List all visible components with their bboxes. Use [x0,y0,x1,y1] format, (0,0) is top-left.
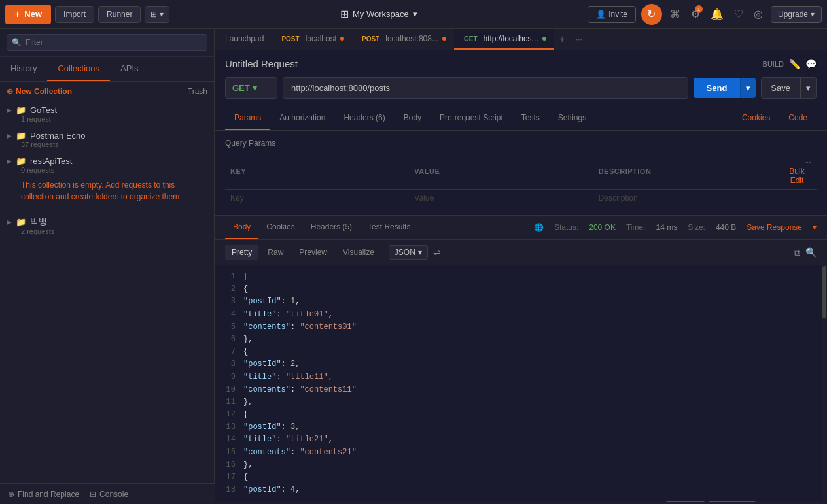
bulk-edit-button[interactable]: Bulk Edit [783,167,811,185]
req-tab-pre-request[interactable]: Pre-request Script [431,107,512,130]
add-requests-link[interactable]: Add requests [105,180,152,190]
capture-button[interactable]: ⊞ ▾ [145,6,169,23]
new-button[interactable]: + New [5,5,51,24]
search-response-button[interactable]: 🔍 [805,247,817,258]
invite-button[interactable]: 👤 Invite [588,6,636,23]
save-button[interactable]: Save [761,77,800,99]
resp-view-visualize[interactable]: Visualize [336,245,381,260]
profile-button[interactable]: ◎ [751,5,765,23]
line-number: 9 [225,371,243,384]
settings-button[interactable]: ⚙ 1 [688,5,703,23]
resp-tab-test-results[interactable]: Test Results [360,216,418,239]
line-number: 15 [225,446,243,459]
save-response-button[interactable]: Save Response [747,223,802,232]
api-network-icon: ⌘ [670,8,680,20]
tab-post-localhost-808[interactable]: POST localhost:808... [352,29,454,50]
collection-row: ▶ 📁 빅뱅 [7,216,207,227]
workspace-icon: ⊞ [340,8,349,20]
save-response-chevron[interactable]: ▾ [813,223,817,232]
params-table: KEY VALUE DESCRIPTION ··· Bulk Edit [225,153,817,207]
resp-tab-body[interactable]: Body [225,216,258,239]
response-time: 14 ms [656,223,678,232]
workspace-button[interactable]: ⊞ My Workspace ▾ [335,5,423,23]
heart-button[interactable]: ♡ [731,5,746,23]
tab-launchpad[interactable]: Launchpad [217,29,272,50]
sidebar-tab-history[interactable]: History [0,57,47,81]
scrollbar-track[interactable] [822,265,827,501]
tab-get-localhost[interactable]: GET http://localhos... [454,29,554,50]
upgrade-label: Upgrade [778,10,808,19]
req-tab-authorization[interactable]: Authorization [270,107,334,130]
req-tab-params[interactable]: Params [225,107,270,130]
req-tab-tests[interactable]: Tests [512,107,549,130]
params-more-button[interactable]: ··· [804,157,811,167]
chevron-right-icon: ▶ [7,132,12,139]
req-tab-body[interactable]: Body [395,107,431,130]
req-tab-code[interactable]: Code [779,107,817,130]
value-input[interactable] [414,193,588,203]
scrollbar-thumb[interactable] [822,266,826,318]
resp-tab-headers[interactable]: Headers (5) [303,216,360,239]
sidebar-tab-apis[interactable]: APIs [110,57,149,81]
find-replace-label: Find and Replace [18,490,79,499]
json-code: "title": "title11", [243,371,333,384]
find-replace-button[interactable]: ⊕ Find and Replace [8,490,79,499]
runner-button[interactable]: Runner [98,6,141,23]
import-button[interactable]: Import [55,6,94,23]
url-input[interactable] [283,77,688,99]
edit-title-button[interactable]: ✏️ [789,59,800,69]
navbar-right: 👤 Invite ↻ ⌘ ⚙ 1 🔔 ♡ ◎ Upgrade ▾ [588,4,822,25]
line-number: 2 [225,283,243,295]
description-input[interactable] [599,193,772,203]
console-button[interactable]: ⊟ Console [90,490,128,499]
bell-button[interactable]: 🔔 [708,5,726,23]
col-key: KEY [225,153,409,190]
find-replace-icon: ⊕ [8,490,14,499]
resp-view-preview[interactable]: Preview [292,245,334,260]
add-tab-button[interactable]: + [554,31,571,48]
json-code: { [243,409,248,421]
req-tab-settings[interactable]: Settings [549,107,595,130]
filter-input[interactable] [7,34,207,51]
json-line: 12 { [225,409,817,421]
resp-view-raw[interactable]: Raw [261,245,290,260]
tab-post-localhost[interactable]: POST localhost [272,29,352,50]
navbar-center: ⊞ My Workspace ▾ [173,5,584,23]
req-tab-cookies[interactable]: Cookies [733,107,779,130]
collection-item-gotest[interactable]: ▶ 📁 GoTest 1 request [0,101,214,127]
search-icon: 🔍 [12,38,22,47]
json-line: 16 }, [225,459,817,471]
send-button[interactable]: Send [694,78,741,98]
line-number: 10 [225,384,243,396]
upgrade-button[interactable]: Upgrade ▾ [771,6,822,23]
response-size: 440 B [716,223,736,232]
line-number: 7 [225,346,243,358]
new-collection-plus: ⊕ [7,87,13,96]
trash-button[interactable]: Trash [188,87,207,96]
resp-view-pretty[interactable]: Pretty [225,245,258,260]
more-tabs-button[interactable]: ··· [571,32,588,46]
collection-item-bigbang[interactable]: ▶ 📁 빅뱅 2 requests [0,212,214,239]
req-tabs-right: Cookies Code [733,107,817,130]
collection-item-restapitest[interactable]: ▶ 📁 restApiTest 0 requests This collecti… [0,152,214,212]
request-title-text: Untitled Request [225,58,298,69]
format-select[interactable]: JSON ▾ [389,245,428,260]
new-collection-button[interactable]: ⊕ New Collection [7,87,72,96]
response-status: 200 OK [589,223,616,232]
resp-tab-cookies[interactable]: Cookies [258,216,302,239]
comment-button[interactable]: 💬 [805,59,817,69]
send-dropdown-button[interactable]: ▾ [740,78,756,98]
sidebar-tab-collections[interactable]: Collections [47,57,110,81]
save-dropdown-button[interactable]: ▾ [800,77,817,99]
collection-row: ▶ 📁 restApiTest [7,156,207,166]
api-network-button[interactable]: ⌘ [667,5,683,23]
json-scroll-wrap: 1[2 {3 "postId": 1,4 "title": "title01",… [215,265,827,501]
copy-button[interactable]: ⧉ [794,247,800,258]
sync-button[interactable]: ↻ [641,4,662,25]
req-tab-headers[interactable]: Headers (6) [334,107,394,130]
collection-item-postman-echo[interactable]: ▶ 📁 Postman Echo 37 requests [0,127,214,152]
key-input[interactable] [230,193,404,203]
json-code: "postId": 4, [243,484,300,496]
wrap-lines-button[interactable]: ⇌ [433,247,441,258]
method-select[interactable]: GET ▾ [225,77,277,99]
